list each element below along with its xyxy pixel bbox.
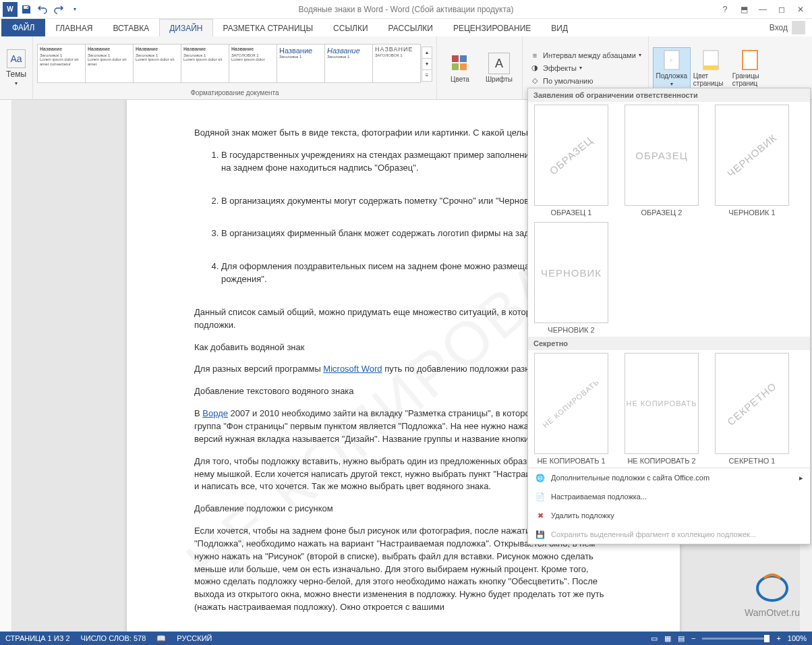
- gallery-item[interactable]: НЕ КОПИРОВАТЬНЕ КОПИРОВАТЬ 2: [621, 353, 702, 465]
- word-icon[interactable]: W: [3, 2, 18, 17]
- spacing-icon: ≡: [529, 50, 540, 61]
- page-borders-button[interactable]: Границы страниц: [731, 48, 769, 88]
- status-proofing-icon[interactable]: 📖: [156, 634, 166, 643]
- group-colors-fonts: Цвета AШрифты: [437, 36, 523, 99]
- effects-icon: ◑: [529, 63, 540, 74]
- statusbar: СТРАНИЦА 1 ИЗ 2 ЧИСЛО СЛОВ: 578 📖 РУССКИ…: [0, 632, 812, 645]
- watermark-icon: A: [661, 49, 683, 71]
- save-icon[interactable]: [19, 2, 34, 17]
- gallery-item[interactable]: СЕКРЕТНОСЕКРЕТНО 1: [712, 353, 792, 465]
- format-tile[interactable]: НазваниеЗаголовок 1Lorem ipsum dolor sit: [133, 44, 181, 83]
- sign-in[interactable]: Вход: [763, 19, 812, 36]
- office-icon: 🌐: [535, 472, 546, 483]
- svg-rect-7: [703, 65, 718, 69]
- menu-custom-watermark[interactable]: 📄Настраиваемая подложка...: [528, 487, 810, 506]
- save-selection-icon: 💾: [535, 529, 546, 540]
- format-tile[interactable]: НазваниеЗаголовок 1Lorem ipsum dolor sit…: [85, 44, 134, 83]
- tab-design[interactable]: ДИЗАЙН: [159, 19, 212, 36]
- zoom-slider[interactable]: [702, 638, 770, 640]
- gallery-item[interactable]: НЕ КОПИРОВАТЬНЕ КОПИРОВАТЬ 1: [531, 353, 612, 465]
- gallery-item[interactable]: ОБРАЗЕЦОБРАЗЕЦ 2: [621, 105, 702, 217]
- page-color-icon: [700, 49, 722, 71]
- status-language[interactable]: РУССКИЙ: [177, 634, 212, 642]
- close-button[interactable]: ✕: [792, 2, 809, 17]
- tab-mailings[interactable]: РАССЫЛКИ: [378, 19, 443, 36]
- gallery-item[interactable]: ОБРАЗЕЦОБРАЗЕЦ 1: [531, 105, 612, 217]
- format-tile[interactable]: НазваниеЗаголовок 1: [324, 44, 373, 83]
- tab-review[interactable]: РЕЦЕНЗИРОВАНИЕ: [443, 19, 541, 36]
- format-tile[interactable]: НазваниеЗАГОЛОВОК 1Lorem ipsum dolor: [229, 44, 277, 83]
- format-gallery[interactable]: НазваниеЗаголовок 1Lorem ipsum dolor sit…: [37, 38, 432, 89]
- default-button[interactable]: ◇По умолчанию: [527, 75, 644, 87]
- themes-button[interactable]: Aa Темы▾: [4, 49, 28, 86]
- default-icon: ◇: [529, 76, 540, 86]
- watermark-gallery: Заявления об ограничении ответственности…: [527, 88, 811, 544]
- view-print-icon[interactable]: ▦: [664, 634, 671, 643]
- menu-remove-watermark[interactable]: ✖Удалить подложку: [528, 506, 810, 525]
- tab-page-layout[interactable]: РАЗМЕТКА СТРАНИЦЫ: [213, 19, 324, 36]
- redo-icon[interactable]: [51, 2, 66, 17]
- svg-point-9: [757, 576, 787, 600]
- format-spinner[interactable]: ▴▾≡: [422, 47, 432, 81]
- format-tile[interactable]: НазваниеЗаголовок 1Lorem ipsum dolor sit…: [37, 44, 86, 83]
- tab-view[interactable]: ВИД: [541, 19, 578, 36]
- page-color-button[interactable]: Цвет страницы: [692, 48, 730, 88]
- undo-icon[interactable]: [35, 2, 50, 17]
- zoom-out-button[interactable]: −: [691, 634, 695, 642]
- vertical-ruler[interactable]: [0, 100, 12, 632]
- themes-icon: Aa: [7, 49, 26, 68]
- gallery-item[interactable]: ЧЕРНОВИКЧЕРНОВИК 2: [531, 222, 612, 334]
- tab-references[interactable]: ССЫЛКИ: [323, 19, 378, 36]
- format-tile[interactable]: НАЗВАНИЕЗАГОЛОВОК 1: [372, 44, 421, 83]
- colors-button[interactable]: Цвета: [441, 51, 479, 84]
- menu-more-office[interactable]: 🌐Дополнительные подложки с сайта Office.…: [528, 468, 810, 487]
- gallery-menu: 🌐Дополнительные подложки с сайта Office.…: [528, 468, 810, 544]
- svg-rect-1: [460, 55, 467, 62]
- zoom-level[interactable]: 100%: [788, 634, 807, 642]
- ribbon-options-icon[interactable]: ⬒: [735, 2, 753, 17]
- gallery-section-header: Секретно: [528, 337, 810, 350]
- maximize-button[interactable]: ◻: [773, 2, 790, 17]
- svg-rect-2: [452, 63, 459, 70]
- format-tile[interactable]: НазваниеЗаголовок 1: [277, 44, 325, 83]
- ribbon-tabs: ФАЙЛ ГЛАВНАЯ ВСТАВКА ДИЗАЙН РАЗМЕТКА СТР…: [0, 19, 812, 36]
- status-page[interactable]: СТРАНИЦА 1 ИЗ 2: [5, 634, 70, 642]
- view-read-icon[interactable]: ▭: [651, 634, 658, 643]
- watermark-button[interactable]: AПодложка▾: [653, 47, 691, 89]
- avatar-icon: [792, 21, 805, 34]
- paragraph-spacing-button[interactable]: ≡Интервал между абзацами▾: [527, 49, 644, 61]
- tab-file[interactable]: ФАЙЛ: [1, 19, 45, 36]
- status-words[interactable]: ЧИСЛО СЛОВ: 578: [81, 634, 146, 642]
- format-tile[interactable]: НазваниеЗаголовок 1Lorem ipsum dolor sit: [181, 44, 229, 83]
- window-title: Водяные знаки в Word - Word (Сбой актива…: [0, 5, 812, 14]
- remove-icon: ✖: [535, 510, 546, 521]
- svg-rect-8: [743, 51, 757, 69]
- group-themes: Aa Темы▾: [0, 36, 33, 99]
- site-logo: WamOtvet.ru: [745, 571, 800, 618]
- zoom-in-button[interactable]: +: [776, 634, 780, 642]
- colors-icon: [449, 53, 471, 74]
- svg-rect-0: [452, 55, 459, 62]
- svg-rect-3: [460, 63, 467, 70]
- group-document-formatting: НазваниеЗаголовок 1Lorem ipsum dolor sit…: [33, 36, 437, 99]
- gallery-item[interactable]: ЧЕРНОВИКЧЕРНОВИК 1: [712, 105, 792, 217]
- quick-access-toolbar: W ▾: [3, 2, 82, 17]
- menu-save-selection: 💾Сохранить выделенный фрагмент в коллекц…: [528, 525, 810, 544]
- gallery-section-header: Заявления об ограничении ответственности: [528, 88, 810, 102]
- titlebar: W ▾ Водяные знаки в Word - Word (Сбой ак…: [0, 0, 812, 19]
- fonts-icon: A: [488, 53, 510, 74]
- tab-insert[interactable]: ВСТАВКА: [103, 19, 159, 36]
- view-web-icon[interactable]: ▤: [678, 634, 685, 643]
- tab-home[interactable]: ГЛАВНАЯ: [45, 19, 103, 36]
- effects-button[interactable]: ◑Эффекты▾: [527, 62, 644, 74]
- qat-customize-icon[interactable]: ▾: [67, 2, 82, 17]
- help-button[interactable]: ?: [716, 2, 734, 17]
- custom-icon: 📄: [535, 491, 546, 502]
- gallery-grid: ОБРАЗЕЦОБРАЗЕЦ 1 ОБРАЗЕЦОБРАЗЕЦ 2 ЧЕРНОВ…: [528, 102, 810, 337]
- borders-icon: [739, 49, 761, 71]
- window-controls: ? ⬒ — ◻ ✕: [716, 2, 809, 17]
- gallery-grid: НЕ КОПИРОВАТЬНЕ КОПИРОВАТЬ 1 НЕ КОПИРОВА…: [528, 350, 810, 468]
- minimize-button[interactable]: —: [754, 2, 772, 17]
- fonts-button[interactable]: AШрифты: [480, 51, 518, 84]
